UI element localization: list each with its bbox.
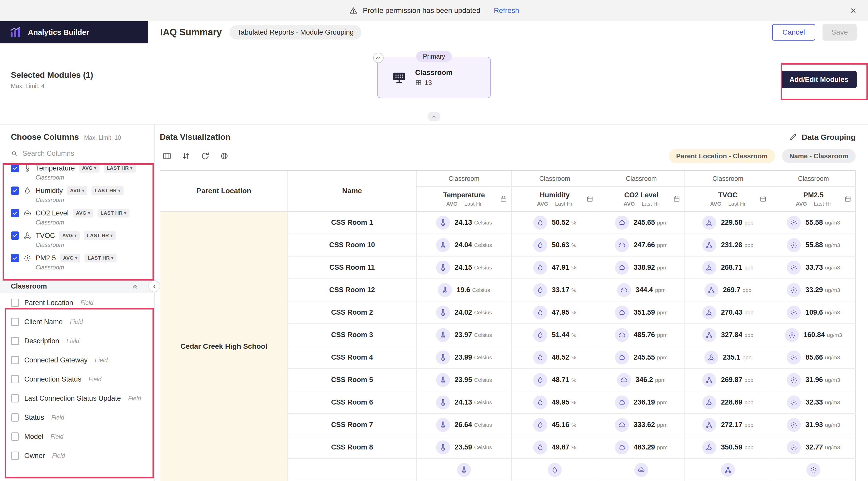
refresh-link[interactable]: Refresh [494,6,519,15]
data-grouping-button[interactable]: Data Grouping [789,133,856,141]
cancel-button[interactable]: Cancel [772,24,815,40]
sort-rows-icon[interactable] [182,151,191,161]
calendar-icon[interactable] [673,195,680,202]
metric-unit: ug/m3 [825,287,840,293]
droplet-icon [533,441,547,454]
calendar-icon[interactable] [500,195,507,202]
agg-value: AVG [76,210,87,216]
metric-value: 160.84 [804,331,825,339]
content-area: Choose Columns Max. Limit: 10 Temperatur… [0,125,868,481]
grouping-pill-parent-location-classroom[interactable]: Parent Location - Classroom [669,149,775,163]
checkbox-owner[interactable] [11,452,19,460]
grouping-pill-name-classroom[interactable]: Name - Classroom [782,149,856,163]
metric-value-cell-temperature: 23.97Celsius [417,324,512,346]
add-edit-modules-button[interactable]: Add/Edit Modules [781,71,857,88]
particles-icon [806,463,820,477]
checkbox-connected-gateway[interactable] [11,356,19,364]
checkbox-client-name[interactable] [11,318,19,326]
metric-unit: Celsius [474,332,492,338]
window-dropdown-tvoc[interactable]: LAST HR▾ [84,231,116,240]
agg-dropdown-co2-level[interactable]: AVG▾ [73,209,93,218]
search-columns-input[interactable] [23,150,144,158]
agg-dropdown-tvoc[interactable]: AVG▾ [59,231,80,240]
checkbox-model[interactable] [11,432,19,441]
metric-value: 26.64 [455,421,472,429]
field-type-label: Field [52,414,64,421]
checkbox-parent-location[interactable] [11,299,19,307]
metric-unit: ug/m3 [825,422,840,428]
caret-down-icon: ▾ [124,211,126,215]
checkbox-temperature[interactable] [11,164,19,172]
metric-value-cell-temperature: 26.64Celsius [417,414,512,436]
notification-message: Profile permission has been updated [363,6,480,15]
checkbox-humidity[interactable] [11,187,19,195]
field-type-label: Field [51,433,64,440]
metric-window: Last Hr [464,201,482,207]
agg-value: AVG [82,165,93,171]
metric-value-cell-tvoc: 269.87ppb [685,369,771,391]
refresh-icon[interactable] [200,151,210,161]
table-row: CSS Room 624.13Celsius49.95%236.19ppm228… [288,391,856,414]
window-dropdown-pm2-5[interactable]: LAST HR▾ [85,254,117,262]
agg-dropdown-pm2-5[interactable]: AVG▾ [60,254,81,262]
module-card-classroom[interactable]: Primary Classroom 13 [377,57,491,98]
checkbox-last-connection-status-update[interactable] [11,394,19,403]
window-dropdown-humidity[interactable]: LAST HR▾ [92,186,124,195]
droplet-icon [533,418,547,432]
collapse-modules-button[interactable] [428,111,440,121]
metric-unit: ug/m3 [825,242,840,248]
calendar-icon[interactable] [586,195,593,202]
molecule-icon [702,306,716,320]
data-visualization-panel: Data Visualization Data Grouping Parent … [155,125,868,481]
metric-unit: % [571,310,576,316]
thermometer-icon [436,351,450,364]
metric-value-cell-humidity: 48.71% [512,369,598,391]
metric-value: 483.29 [633,443,655,451]
checkbox-connection-status[interactable] [11,375,19,383]
co2-icon [615,418,629,432]
thermometer-icon [436,373,450,387]
droplet-icon [533,373,547,387]
field-label: Last Connection Status Update [24,394,121,403]
metric-header-tvoc: TVOCAVGLast Hr [685,187,771,211]
agg-dropdown-humidity[interactable]: AVG▾ [67,186,87,195]
save-button[interactable]: Save [823,24,857,40]
metric-value: 32.33 [805,398,823,406]
window-dropdown-temperature[interactable]: LAST HR▾ [104,164,136,172]
collapse-sidebar-button[interactable]: ‹ [148,280,160,292]
calendar-icon[interactable] [844,195,851,202]
data-grouping-label: Data Grouping [802,133,856,141]
metric-value: 235.1 [723,353,741,361]
checkbox-pm2-5[interactable] [11,254,19,262]
metric-name: TVOC [718,191,738,199]
caret-down-icon: ▾ [118,189,120,193]
metric-agg: AVG [446,201,458,207]
metric-value-cell-temperature: 23.59Celsius [417,436,512,458]
metric-unit: Celsius [474,242,492,248]
checkbox-co2-level[interactable] [11,209,19,217]
checkbox-description[interactable] [11,337,19,345]
molecule-icon [702,373,716,387]
classroom-section-header[interactable]: Classroom ‹ [0,279,154,293]
app-name: Analytics Builder [28,28,89,37]
globe-icon[interactable] [220,151,229,161]
metric-value: 48.52 [552,353,569,361]
table-row: CSS Room 726.64Celsius45.16%333.62ppm272… [288,414,856,436]
notification-close-icon[interactable]: ✕ [850,6,857,15]
metric-unit: % [571,399,576,406]
metric-unit: Celsius [474,444,492,451]
thermometer-icon [457,463,471,477]
double-chevron-up-icon[interactable] [131,283,138,290]
metric-value-cell-tvoc: 229.58ppb [685,212,771,233]
calendar-icon[interactable] [760,195,767,202]
co2-icon [615,238,629,252]
field-item-connection-status: Connection StatusField [0,370,154,389]
window-dropdown-co2-level[interactable]: LAST HR▾ [97,209,129,218]
window-value: LAST HR [100,210,123,216]
metric-value-cell-humidity: 45.16% [512,414,598,436]
droplet-icon [533,395,547,410]
checkbox-tvoc[interactable] [11,231,19,240]
columns-icon[interactable] [162,151,172,161]
checkbox-status[interactable] [11,413,19,422]
agg-dropdown-temperature[interactable]: AVG▾ [79,164,99,172]
